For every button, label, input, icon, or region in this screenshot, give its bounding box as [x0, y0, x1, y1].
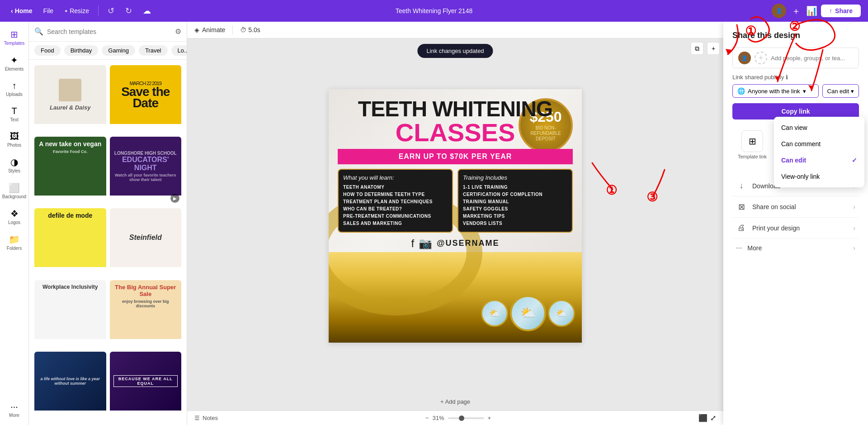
filter-tags: Food Birthday Gaming Travel Lo... › — [29, 42, 187, 60]
zoom-in-button[interactable]: + — [488, 415, 491, 421]
add-page-button[interactable]: + Add page — [440, 398, 470, 405]
template-thumb-9[interactable]: a life without love is like a year witho… — [34, 352, 106, 420]
sidebar-item-folders[interactable]: 📁 Folders — [2, 230, 27, 254]
nav-right-section: 👤 ＋ 📊 ↑ Share — [772, 4, 861, 18]
template-thumb-5[interactable]: defile de mode — [34, 208, 106, 276]
top-navigation: ‹ Home File Resize ↺ ↻ ☁ Teeth Whitening… — [0, 0, 868, 22]
folders-icon: 📁 — [9, 234, 20, 245]
dropdown-can-view[interactable]: Can view — [774, 119, 864, 136]
sidebar-item-background[interactable]: ⬜ Background — [2, 179, 27, 203]
undo-button[interactable]: ↺ — [104, 4, 118, 18]
invite-input[interactable] — [771, 55, 853, 62]
template-thumb-8[interactable]: The Big Annual Super Sale enjoy browsing… — [110, 280, 182, 348]
tag-gaming[interactable]: Gaming — [102, 45, 135, 56]
template-thumb-1[interactable]: Laurel & Daisy — [34, 65, 106, 133]
canvas-frame: TEETH WHITENING CLASSES EARN UP TO $70K … — [329, 89, 582, 343]
dropdown-view-only-link[interactable]: View-only link — [774, 168, 864, 185]
print-option[interactable]: 🖨 Print your design › — [732, 218, 859, 239]
template-thumb-10[interactable]: BECAUSE WE ARE ALL EQUAL — [110, 352, 182, 420]
thumb-6-label: Steinfield — [129, 234, 162, 242]
home-button[interactable]: ‹ Home — [7, 5, 36, 16]
tag-more[interactable]: Lo... — [171, 45, 187, 56]
zoom-slider[interactable] — [448, 417, 484, 419]
link-row: 🌐 Anyone with the link ▾ Can edit ▾ — [732, 84, 859, 98]
share-invite-field[interactable]: 👤 + — [732, 48, 859, 68]
more-icon: ··· — [10, 401, 18, 412]
photos-icon: 🖼 — [10, 131, 19, 142]
template-thumb-4[interactable]: LONGSHORE HIGH SCHOOL EDUCATORS' NIGHT W… — [110, 137, 182, 205]
expand-button[interactable]: ⤢ — [710, 414, 716, 422]
notes-icon: ☰ — [194, 415, 200, 421]
share-social-option[interactable]: ⊠ Share on social › — [732, 196, 859, 218]
notes-button[interactable]: ☰ Notes — [194, 415, 218, 421]
download-icon: ↓ — [736, 181, 747, 191]
chevron-right-icon-social: › — [853, 203, 855, 210]
flyer-username: @USERNAME — [437, 239, 500, 248]
tag-birthday[interactable]: Birthday — [64, 45, 99, 56]
sidebar-item-text[interactable]: T Text — [2, 102, 27, 126]
zoom-out-button[interactable]: − — [425, 415, 429, 421]
template-link-option[interactable]: ⊞ Template link — [732, 127, 772, 168]
redo-button[interactable]: ↻ — [122, 4, 136, 18]
template-thumb-3[interactable]: A new take on vegan Favorite Food Co. — [34, 137, 106, 205]
share-button[interactable]: ↑ Share — [821, 5, 861, 17]
file-menu[interactable]: File — [40, 5, 57, 16]
share-social-icon: ⊠ — [736, 202, 747, 212]
canvas-area: ◈ Animate ⏱ 5.0s Link changes updated ⧉ … — [187, 22, 723, 425]
sidebar-item-styles[interactable]: ◑ Styles — [2, 153, 27, 177]
analytics-icon[interactable]: 📊 — [806, 5, 817, 16]
duration-button[interactable]: ⏱ 5.0s — [240, 26, 260, 33]
invite-plus-icon: + — [755, 52, 767, 64]
template-thumb-7[interactable]: Workplace Inclusivity — [34, 280, 106, 348]
more-dots-icon: ··· — [736, 244, 742, 252]
sidebar-item-elements[interactable]: ✦ Elements — [2, 51, 27, 75]
sidebar-item-photos[interactable]: 🖼 Photos — [2, 128, 27, 151]
main-layout: ⊞ Templates ✦ Elements ↑ Uploads T Text … — [0, 22, 868, 425]
document-title: Teeth Whitening Flyer 2148 — [396, 7, 472, 14]
thumb-1-label: Laurel & Daisy — [50, 104, 90, 111]
tag-food[interactable]: Food — [34, 45, 61, 56]
template-thumb-2[interactable]: MARCH 22 2019 Save the Date — [110, 65, 182, 133]
sidebar-item-more[interactable]: ··· More — [2, 398, 27, 421]
canvas-container: Link changes updated ⧉ + TEETH WHIT — [187, 38, 723, 393]
home-label: Home — [15, 7, 33, 14]
zoom-controls: − 31% + — [425, 415, 491, 421]
more-option[interactable]: ··· More › — [732, 239, 859, 258]
flyer-subtitle: CLASSES — [329, 120, 582, 145]
chevron-right-icon-more: › — [853, 244, 855, 252]
animate-button[interactable]: ◈ Animate — [194, 26, 225, 33]
permission-dropdown[interactable]: Can edit ▾ — [822, 84, 859, 98]
thumb-10-label: BECAUSE WE ARE ALL EQUAL — [113, 375, 178, 387]
dropdown-can-edit[interactable]: Can edit ✓ — [774, 152, 864, 168]
template-link-icon: ⊞ — [741, 130, 763, 152]
chevron-down-icon: ▾ — [803, 88, 806, 95]
sidebar-item-templates[interactable]: ⊞ Templates — [2, 25, 27, 49]
chevron-down-icon-2: ▾ — [851, 88, 854, 95]
search-input[interactable] — [47, 28, 171, 35]
link-dropdown[interactable]: 🌐 Anyone with the link ▾ — [732, 84, 819, 98]
page-icon: ⬛ — [698, 414, 708, 422]
add-canvas-button[interactable]: + — [707, 42, 720, 55]
resize-button[interactable]: Resize — [61, 5, 93, 16]
thumb-5-label: defile de mode — [48, 212, 92, 219]
flyer-banner: EARN UP TO $70K PER YEAR — [338, 149, 573, 164]
dropdown-can-comment[interactable]: Can comment — [774, 136, 864, 152]
sidebar-item-logos[interactable]: ❖ Logos — [2, 205, 27, 229]
col2-items: 1-1 LIVE TRAINING CERTIFICATION OF COMPL… — [463, 184, 567, 227]
add-collaborator-button[interactable]: ＋ — [790, 5, 802, 17]
link-section-label: Link shared publicly ℹ — [732, 74, 859, 81]
flyer-content: TEETH WHITENING CLASSES EARN UP TO $70K … — [329, 89, 582, 343]
globe-icon: 🌐 — [737, 87, 745, 95]
col1-items: TEETH ANATOMY HOW TO DETERMINE TEETH TYP… — [343, 184, 448, 227]
thumb-8-label: The Big Annual Super Sale — [113, 284, 178, 297]
templates-panel: 🔍 ⚙ Food Birthday Gaming Travel Lo... › … — [29, 22, 187, 425]
thumb-7-label: Workplace Inclusivity — [42, 284, 98, 290]
tag-travel[interactable]: Travel — [139, 45, 168, 56]
sidebar-item-uploads[interactable]: ↑ Uploads — [2, 77, 27, 100]
user-avatar[interactable]: 👤 — [772, 4, 786, 18]
page-indicator: ⬛ ⤢ — [698, 414, 716, 422]
copy-page-button[interactable]: ⧉ — [691, 42, 703, 55]
template-thumb-6[interactable]: Steinfield — [110, 208, 182, 276]
filter-icon[interactable]: ⚙ — [175, 27, 181, 36]
flyer-social: f 📷 @USERNAME — [329, 237, 582, 250]
